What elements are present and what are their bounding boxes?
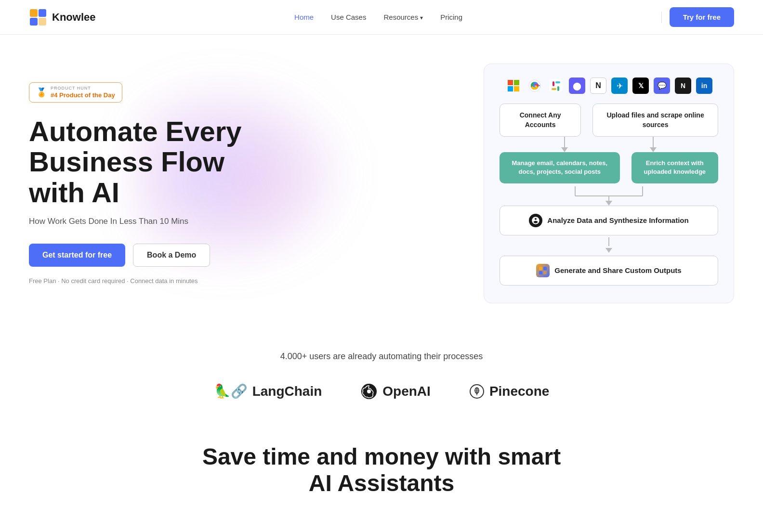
svg-rect-6 xyxy=(508,86,513,91)
svg-marker-14 xyxy=(605,201,612,206)
flow-green-row: Manage email, calendars, notes, docs, pr… xyxy=(500,152,718,183)
linkedin-icon: in xyxy=(696,78,712,94)
nav-divider xyxy=(661,12,662,23)
svg-rect-18 xyxy=(543,271,547,274)
flow-diagram: ⬤ N ✈ 𝕏 💬 N in xyxy=(484,64,734,303)
slack-icon xyxy=(548,78,564,94)
langchain-logo: 🦜🔗 LangChain xyxy=(214,383,322,399)
google-icon xyxy=(526,78,543,94)
social-proof-section: 4.000+ users are already automating thei… xyxy=(0,323,763,415)
svg-rect-15 xyxy=(539,267,542,270)
integration-icons: ⬤ N ✈ 𝕏 💬 N in xyxy=(500,78,718,94)
enrich-context-box: Enrich context with uploaded knowledge xyxy=(631,152,718,183)
connect-accounts-box: Connect Any Accounts xyxy=(500,104,581,137)
svg-rect-4 xyxy=(508,80,513,85)
generate-box: Generate and Share Custom Outputs xyxy=(500,256,718,285)
logo[interactable]: Knowlee xyxy=(29,8,95,26)
pinecone-icon xyxy=(469,384,485,399)
hero-left: 🏅 PRODUCT HUNT #4 Product of the Day Aut… xyxy=(29,82,260,285)
analyze-text: Analyze Data and Synthesize Information xyxy=(547,216,688,224)
logo-icon xyxy=(29,8,47,26)
svg-rect-9 xyxy=(549,79,563,92)
langchain-icon: 🦜🔗 xyxy=(214,383,248,399)
microsoft-icon xyxy=(505,78,522,94)
nav-links: Home Use Cases Resources Pricing xyxy=(294,13,462,21)
try-for-free-button[interactable]: Try for free xyxy=(670,7,734,27)
langchain-name: LangChain xyxy=(252,384,322,399)
manage-email-box: Manage email, calendars, notes, docs, pr… xyxy=(500,152,620,183)
discord-icon: 💬 xyxy=(654,78,670,94)
analyze-box: Analyze Data and Synthesize Information xyxy=(500,206,718,235)
nav-home[interactable]: Home xyxy=(294,13,314,21)
nav-pricing[interactable]: Pricing xyxy=(440,13,462,21)
hero-title: Automate Every Business Flow with AI xyxy=(29,116,260,208)
svg-rect-5 xyxy=(514,80,519,85)
navbar: Knowlee Home Use Cases Resources Pricing… xyxy=(0,0,763,35)
pinecone-logo: Pinecone xyxy=(469,384,549,399)
brand-logos-row: 🦜🔗 LangChain OpenAI Pinecone xyxy=(29,383,734,400)
book-demo-button[interactable]: Book a Demo xyxy=(133,244,210,267)
arrow-to-generate xyxy=(500,237,718,246)
knowlee-flow-icon xyxy=(536,264,550,277)
openai-icon xyxy=(360,383,378,400)
badge-icon: 🏅 xyxy=(36,87,47,98)
svg-rect-17 xyxy=(539,271,542,274)
nav-right: Try for free xyxy=(661,7,734,27)
svg-rect-0 xyxy=(30,9,38,17)
notion-dark-icon: N xyxy=(675,78,691,94)
save-time-section: Save time and money with smart AI Assist… xyxy=(0,415,763,501)
svg-rect-1 xyxy=(39,9,46,17)
twitter-icon: 𝕏 xyxy=(632,78,649,94)
product-hunt-badge: 🏅 PRODUCT HUNT #4 Product of the Day xyxy=(29,82,122,103)
flow-arrows-1 xyxy=(500,137,718,152)
get-started-button[interactable]: Get started for free xyxy=(29,244,125,267)
notion-icon: N xyxy=(590,78,606,94)
generate-text: Generate and Share Custom Outputs xyxy=(554,266,681,274)
arrow-col-2 xyxy=(615,137,692,152)
svg-rect-2 xyxy=(30,18,38,26)
logo-text: Knowlee xyxy=(52,11,95,24)
badge-text: PRODUCT HUNT #4 Product of the Day xyxy=(51,86,115,99)
openai-logo: OpenAI xyxy=(360,383,431,400)
hero-meta: Free Plan · No credit card required · Co… xyxy=(29,277,260,285)
arrowhead-generate xyxy=(500,248,718,253)
svg-rect-16 xyxy=(543,267,547,270)
chevron-down-icon xyxy=(420,13,423,21)
hero-subtitle: How Work Gets Done In Less Than 10 Mins xyxy=(29,217,260,226)
flow-top-row: Connect Any Accounts Upload files and sc… xyxy=(500,104,718,137)
svg-rect-3 xyxy=(39,18,46,26)
openai-name: OpenAI xyxy=(382,384,431,399)
nav-use-cases[interactable]: Use Cases xyxy=(331,13,366,21)
hero-buttons: Get started for free Book a Demo xyxy=(29,244,260,267)
pinecone-name: Pinecone xyxy=(489,384,549,399)
telegram-icon: ✈ xyxy=(611,78,628,94)
svg-rect-7 xyxy=(514,86,519,91)
arrow-col-1 xyxy=(526,137,603,152)
save-title-line1: Save time and money with smart xyxy=(29,443,734,470)
save-title-line2: AI Assistants xyxy=(29,470,734,496)
social-proof-title: 4.000+ users are already automating thei… xyxy=(29,351,734,362)
upload-files-box: Upload files and scrape online sources xyxy=(592,104,718,137)
nav-resources[interactable]: Resources xyxy=(383,13,423,21)
loom-icon: ⬤ xyxy=(569,78,585,94)
svg-point-20 xyxy=(367,389,371,393)
openai-circle-icon xyxy=(529,214,542,227)
merge-arrows xyxy=(500,186,718,206)
hero-section: 🏅 PRODUCT HUNT #4 Product of the Day Aut… xyxy=(0,35,763,323)
